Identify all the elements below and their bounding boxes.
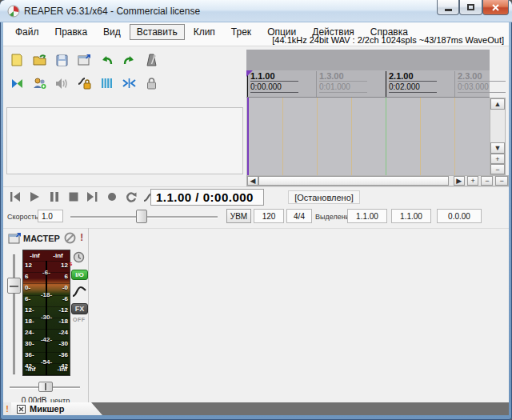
- scale-label: 12: [25, 262, 32, 269]
- open-project-icon[interactable]: [32, 53, 46, 67]
- pause-button[interactable]: [46, 190, 62, 204]
- ruler-time-label: 0:02.000: [389, 82, 437, 93]
- envelope-curve-icon[interactable]: [72, 286, 86, 298]
- timeline-ruler[interactable]: 1.1.00 0:00.000 1.3.00 0:01.000 2.1.00 0…: [246, 70, 490, 98]
- mixer-docker-tab[interactable]: Микшер: [11, 402, 102, 415]
- vertical-zoom-out-button[interactable]: −: [490, 164, 505, 174]
- horizontal-scroll-thumb[interactable]: [258, 176, 449, 186]
- reaper-window: REAPER v5.31/x64 - Commercial license Фа…: [0, 0, 512, 420]
- playrate-value-field[interactable]: 1.0: [38, 210, 63, 222]
- edit-cursor-flag: [246, 70, 253, 77]
- ripple-edit-icon[interactable]: [10, 76, 24, 90]
- arrange-top-band: [246, 50, 490, 70]
- minimize-icon: [445, 9, 452, 11]
- play-button[interactable]: [27, 190, 42, 204]
- redo-icon[interactable]: [122, 53, 136, 67]
- speaker-icon[interactable]: [54, 76, 69, 90]
- ruler-mark: 2.3.00 0:03.000: [454, 71, 506, 97]
- time-signature-field[interactable]: 4/4: [286, 209, 312, 223]
- menu-view[interactable]: Вид: [96, 24, 128, 40]
- toolbar-row-2: [10, 76, 158, 90]
- close-icon: [492, 4, 499, 11]
- window-title: REAPER v5.31/x64 - Commercial license: [24, 6, 200, 17]
- grid-snap-icon[interactable]: [99, 76, 114, 90]
- scroll-right-button[interactable]: ▶: [454, 176, 465, 186]
- scale-label: 24-: [25, 330, 34, 336]
- selection-length-field[interactable]: 0.0.00: [437, 209, 482, 223]
- reaper-logo-icon: [7, 5, 20, 18]
- playrate-slider-handle[interactable]: [136, 210, 147, 223]
- vertical-zoom-in-button[interactable]: +: [490, 154, 505, 164]
- master-track-label: МАСТЕР: [23, 234, 60, 243]
- fx-button[interactable]: FX: [71, 303, 88, 314]
- menu-item[interactable]: Клип: [186, 24, 222, 40]
- close-button[interactable]: [482, 0, 509, 15]
- stop-button[interactable]: [66, 190, 81, 204]
- master-pan-handle[interactable]: [38, 382, 53, 392]
- track-control-panel[interactable]: [6, 107, 243, 174]
- menu-file[interactable]: Файл: [8, 24, 46, 40]
- scale-label: -36: [58, 352, 68, 358]
- scale-center-label: -18-: [23, 292, 70, 298]
- bpm-mode-button[interactable]: УВМ: [226, 209, 251, 223]
- menu-edit[interactable]: Правка: [48, 24, 95, 40]
- horizontal-zoom-in-button[interactable]: +: [467, 176, 479, 186]
- mute-icon: [64, 232, 76, 244]
- master-routing-icon[interactable]: [8, 232, 22, 244]
- undo-icon[interactable]: [99, 53, 114, 67]
- master-fader-track[interactable]: [13, 254, 15, 374]
- beat-gridline: [317, 98, 318, 175]
- scale-center-label: -6-: [23, 270, 70, 276]
- menu-track[interactable]: Трек: [224, 24, 258, 40]
- ruler-mark: 2.1.00 0:02.000: [386, 71, 437, 97]
- beat-gridline: [420, 98, 421, 175]
- fx-state-label: OFF: [73, 317, 86, 322]
- go-to-start-button[interactable]: [8, 190, 23, 204]
- ruler-time-label: 0:03.000: [458, 82, 506, 93]
- scroll-left-button[interactable]: ◀: [247, 176, 258, 186]
- vertical-scrollbar: ▲ ▼ + −: [490, 98, 506, 175]
- master-mute-button[interactable]: [64, 232, 76, 247]
- new-project-icon[interactable]: [10, 53, 24, 67]
- scale-label: 36-: [25, 352, 34, 358]
- scale-label: -inf: [26, 366, 35, 373]
- transport-status: [Остановлено]: [288, 190, 360, 204]
- horizontal-zoom-out-button[interactable]: −: [481, 176, 493, 186]
- close-docker-icon[interactable]: [17, 405, 26, 414]
- master-fader-handle[interactable]: [7, 278, 21, 294]
- project-media-bay-icon[interactable]: [32, 76, 46, 90]
- record-button[interactable]: [104, 190, 119, 204]
- ruler-bar-label: 2.1.00: [389, 71, 437, 82]
- menu-insert[interactable]: Вставить: [130, 24, 185, 40]
- selection-end-field[interactable]: 1.1.00: [391, 209, 431, 223]
- transport-position-display[interactable]: 1.1.00 / 0:00.000: [150, 189, 264, 206]
- go-to-end-button[interactable]: [85, 190, 100, 204]
- env-clock-icon[interactable]: [73, 251, 85, 263]
- scale-label: -inf: [58, 366, 67, 373]
- envelope-lock-icon[interactable]: [77, 76, 91, 90]
- minimize-button[interactable]: [437, 0, 459, 15]
- beat-gridline: [454, 98, 455, 175]
- selection-start-field[interactable]: 1.1.00: [347, 209, 387, 223]
- ruler-mark: 1.3.00 0:01.000: [316, 71, 367, 97]
- scroll-down-button[interactable]: ▼: [490, 142, 505, 154]
- lock-icon[interactable]: [144, 76, 158, 90]
- repeat-button[interactable]: [123, 190, 138, 204]
- scale-label: -24: [58, 330, 68, 336]
- io-button[interactable]: I/O: [71, 270, 88, 280]
- title-bar[interactable]: REAPER v5.31/x64 - Commercial license: [0, 0, 512, 22]
- corner-zoom-out-button[interactable]: −: [495, 176, 508, 186]
- scale-label: 12: [61, 262, 68, 269]
- docker-alert: !: [3, 402, 11, 415]
- master-solo-button[interactable]: !: [80, 231, 83, 243]
- scroll-up-button[interactable]: ▲: [490, 98, 505, 110]
- crossfade-icon[interactable]: [122, 76, 136, 90]
- maximize-button[interactable]: [459, 0, 482, 15]
- bpm-field[interactable]: 120: [254, 209, 284, 223]
- arrange-view[interactable]: [246, 98, 490, 175]
- beat-gridline: [351, 98, 352, 175]
- playrate-label: Скорость:: [7, 213, 40, 221]
- project-settings-icon[interactable]: [77, 53, 91, 67]
- metronome-icon[interactable]: [144, 53, 158, 67]
- save-project-icon[interactable]: [54, 53, 69, 67]
